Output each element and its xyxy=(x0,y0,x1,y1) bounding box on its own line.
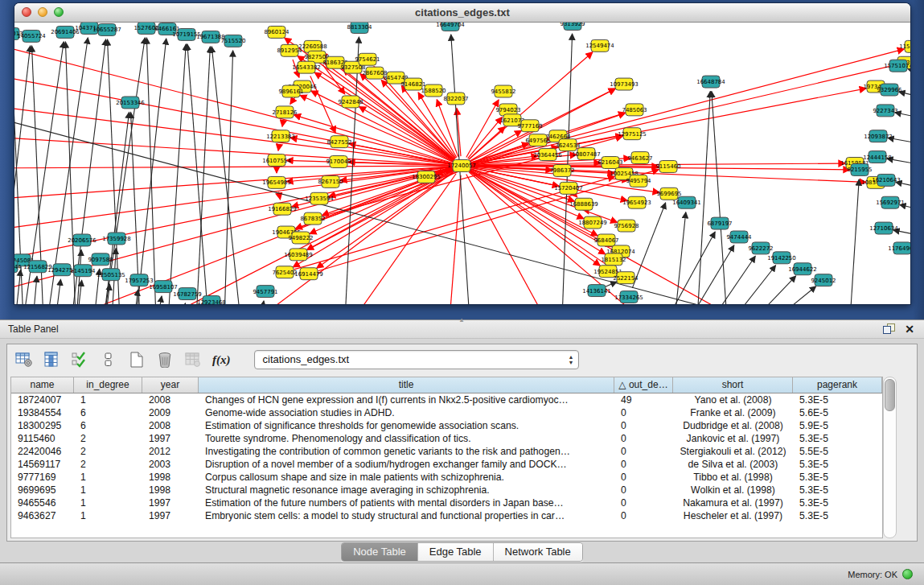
network-edge[interactable] xyxy=(588,212,589,213)
table-cell[interactable]: 1 xyxy=(74,496,142,509)
network-edge[interactable] xyxy=(168,44,186,304)
table-cell[interactable]: 5.9E-5 xyxy=(793,419,882,432)
table-cell[interactable]: Embryonic stem cells: a model to study s… xyxy=(199,509,614,522)
table-cell[interactable]: 0 xyxy=(614,419,673,432)
network-node[interactable]: 9245012 xyxy=(811,274,836,286)
table-cell[interactable]: 1 xyxy=(74,484,142,496)
network-node[interactable]: 9329966 xyxy=(877,84,901,96)
table-cell[interactable]: 5.3E-5 xyxy=(793,471,882,484)
delete-table-icon[interactable] xyxy=(156,352,174,368)
network-edge[interactable] xyxy=(712,256,755,304)
network-node[interactable]: 1815132 xyxy=(601,253,626,266)
network-node[interactable]: 7986372 xyxy=(549,164,574,176)
table-cell[interactable]: 5.3E-5 xyxy=(793,496,882,509)
table-cell[interactable]: Corpus callosum shape and size in male p… xyxy=(199,471,614,484)
network-node[interactable]: 12093872 xyxy=(864,130,893,142)
table-cell[interactable]: 5.3E-5 xyxy=(793,393,882,406)
new-table-icon[interactable] xyxy=(128,352,146,368)
table-cell[interactable]: Nakamura et al. (1997) xyxy=(673,496,793,509)
network-node[interactable]: 9457791 xyxy=(253,286,277,298)
split-pane-grip[interactable]: ▴ xyxy=(456,317,467,323)
network-node[interactable]: 9756928 xyxy=(614,220,639,232)
network-node[interactable]: 11548081 xyxy=(899,40,910,52)
network-node[interactable]: 7625402 xyxy=(272,266,297,278)
network-node[interactable]: 16914479 xyxy=(294,268,323,280)
table-selector-dropdown[interactable]: citations_edges.txt ▲▼ xyxy=(254,350,579,369)
network-edge[interactable] xyxy=(146,38,156,304)
table-cell[interactable]: 1997 xyxy=(142,496,199,509)
table-cell[interactable]: 5.3E-5 xyxy=(793,484,882,496)
table-row[interactable]: 946554611997Estimation of the future num… xyxy=(11,496,882,509)
table-cell[interactable]: Structural magnetic resonance image aver… xyxy=(199,484,614,496)
table-cell[interactable]: 6 xyxy=(74,406,142,419)
network-node[interactable]: 9622272 xyxy=(748,242,773,254)
table-cell[interactable]: Franke et al. (2009) xyxy=(673,406,793,419)
network-edge[interactable] xyxy=(14,166,452,168)
network-edge[interactable] xyxy=(14,104,452,164)
network-node[interactable]: 16107554 xyxy=(262,154,291,167)
network-node[interactable]: 8960124 xyxy=(264,26,290,38)
column-header-out_de[interactable]: △ out_de… xyxy=(614,377,673,393)
network-node[interactable]: 8813304 xyxy=(347,23,372,33)
table-cell[interactable]: 1997 xyxy=(142,432,199,445)
network-node[interactable]: 9474444 xyxy=(726,231,752,243)
table-cell[interactable]: 49 xyxy=(614,393,673,406)
network-graph[interactable]: 1724005718300295896012489129542226058898… xyxy=(14,23,910,304)
network-edge[interactable] xyxy=(466,100,499,158)
minimize-window-icon[interactable] xyxy=(38,7,47,17)
table-cell[interactable]: 2003 xyxy=(142,458,199,471)
table-cell[interactable]: Tibbo et al. (1998) xyxy=(673,471,793,484)
table-cell[interactable]: 0 xyxy=(614,496,673,509)
network-edge[interactable] xyxy=(33,276,37,304)
network-node[interactable]: 19142250 xyxy=(767,252,796,264)
network-edge[interactable] xyxy=(182,303,186,304)
column-header-short[interactable]: short xyxy=(673,377,793,393)
table-cell[interactable]: 0 xyxy=(614,484,673,496)
network-edge[interactable] xyxy=(907,68,910,76)
network-edge[interactable] xyxy=(689,245,734,304)
network-node[interactable]: 9684067 xyxy=(593,234,618,246)
column-header-name[interactable]: name xyxy=(11,377,74,393)
network-edge[interactable] xyxy=(774,286,816,304)
table-cell[interactable]: 5.3E-5 xyxy=(793,509,882,522)
network-node[interactable]: 8427552 xyxy=(326,136,351,148)
network-node[interactable]: 9170049 xyxy=(326,156,351,168)
table-row[interactable]: 1938455462009Genome-wide association stu… xyxy=(11,406,882,419)
float-window-icon[interactable] xyxy=(883,323,895,334)
table-cell[interactable]: 19384554 xyxy=(11,406,74,419)
network-window-titlebar[interactable]: citations_edges.txt xyxy=(14,3,910,23)
table-cell[interactable]: 0 xyxy=(614,458,673,471)
network-view-frame[interactable]: citations_edges.txt 17240057183002958960… xyxy=(14,3,910,304)
table-cell[interactable]: Hescheler et al. (1997) xyxy=(673,509,793,522)
table-cell[interactable]: 2012 xyxy=(142,445,199,458)
table-cell[interactable]: Stergiakouli et al. (2012) xyxy=(673,445,793,458)
table-cell[interactable]: 9699695 xyxy=(11,484,74,496)
network-edge[interactable] xyxy=(359,106,453,161)
network-node[interactable]: 12710634 xyxy=(869,222,898,234)
network-node[interactable]: 16944622 xyxy=(788,263,817,275)
network-edge[interactable] xyxy=(575,195,577,197)
network-node[interactable]: 17334265 xyxy=(614,291,643,303)
table-scrollbar[interactable] xyxy=(883,377,897,538)
network-node[interactable]: 9455812 xyxy=(491,85,515,97)
table-cell[interactable]: 1 xyxy=(74,393,142,406)
network-node[interactable]: 6216043 xyxy=(598,157,622,169)
network-node[interactable]: 8215955 xyxy=(847,163,872,175)
network-node[interactable]: 9463627 xyxy=(627,152,652,164)
network-edge[interactable] xyxy=(14,40,452,163)
network-edge[interactable] xyxy=(278,146,279,150)
table-cell[interactable]: 14569117 xyxy=(11,458,74,471)
table-cell[interactable]: 1998 xyxy=(142,484,199,496)
network-edge[interactable] xyxy=(261,301,264,304)
table-cell[interactable]: Estimation of the future numbers of pati… xyxy=(199,496,614,509)
table-scrollbar-thumb[interactable] xyxy=(885,379,895,411)
network-node[interactable]: 9097588 xyxy=(88,253,113,266)
table-cell[interactable]: 2008 xyxy=(142,393,199,406)
network-node[interactable]: 19654923 xyxy=(622,196,651,208)
table-cell[interactable]: 18300295 xyxy=(11,419,74,432)
table-cell[interactable]: Estimation of significance thresholds fo… xyxy=(199,419,614,432)
table-cell[interactable]: Dudbridge et al. (2008) xyxy=(673,419,793,432)
network-edge[interactable] xyxy=(697,91,710,304)
select-all-icon[interactable] xyxy=(72,352,89,368)
network-node[interactable]: 16039489 xyxy=(284,249,313,261)
